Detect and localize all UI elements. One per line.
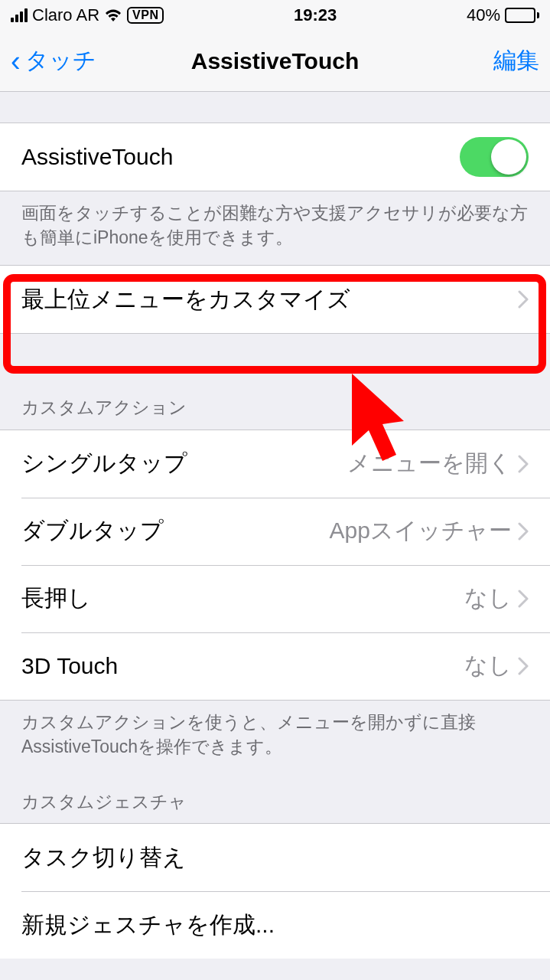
- customize-group: 最上位メニューをカスタマイズ: [0, 265, 550, 334]
- custom-actions-footer: カスタムアクションを使うと、メニューを開かずに直接AssistiveTouchを…: [0, 701, 550, 768]
- toggle-footer: 画面をタッチすることが困難な方や支援アクセサリが必要な方も簡単にiPhoneを使…: [0, 191, 550, 259]
- chevron-right-icon: [518, 522, 529, 541]
- back-button[interactable]: ‹ タッチ: [11, 45, 96, 77]
- status-right: 40%: [467, 5, 539, 25]
- status-bar: Claro AR VPN 19:23 40%: [0, 0, 550, 31]
- custom-gestures-group: タスク切り替え 新規ジェスチャを作成...: [0, 823, 550, 959]
- assistivetouch-toggle-cell[interactable]: AssistiveTouch: [0, 123, 550, 191]
- back-label: タッチ: [25, 45, 96, 77]
- cell-value: Appスイッチャー: [330, 515, 512, 547]
- chevron-right-icon: [518, 455, 529, 473]
- edit-button[interactable]: 編集: [493, 45, 539, 77]
- toggle-group: AssistiveTouch: [0, 122, 550, 191]
- chevron-right-icon: [518, 290, 529, 309]
- cell-label: タスク切り替え: [21, 842, 186, 874]
- task-switch-cell[interactable]: タスク切り替え: [0, 824, 550, 891]
- cell-label: 新規ジェスチャを作成...: [21, 910, 275, 941]
- customize-label: 最上位メニューをカスタマイズ: [21, 284, 350, 315]
- battery-percent: 40%: [467, 5, 500, 25]
- single-tap-cell[interactable]: シングルタップ メニューを開く: [0, 430, 550, 498]
- 3d-touch-cell[interactable]: 3D Touch なし: [0, 632, 550, 700]
- vpn-badge: VPN: [127, 7, 164, 24]
- nav-bar: ‹ タッチ AssistiveTouch 編集: [0, 31, 550, 92]
- custom-gestures-header: カスタムジェスチャ: [0, 768, 550, 823]
- chevron-right-icon: [518, 590, 529, 608]
- wifi-icon: [104, 8, 122, 22]
- double-tap-cell[interactable]: ダブルタップ Appスイッチャー: [0, 498, 550, 565]
- cell-label: ダブルタップ: [21, 515, 164, 547]
- status-left: Claro AR VPN: [11, 5, 164, 25]
- cell-value: メニューを開く: [347, 448, 512, 479]
- long-press-cell[interactable]: 長押し なし: [0, 565, 550, 632]
- carrier-label: Claro AR: [32, 5, 99, 25]
- chevron-left-icon: ‹: [11, 47, 21, 76]
- cell-label: シングルタップ: [21, 448, 187, 479]
- custom-actions-header: カスタムアクション: [0, 334, 550, 429]
- cell-value: なし: [464, 583, 512, 614]
- status-time: 19:23: [294, 5, 337, 25]
- customize-top-menu-cell[interactable]: 最上位メニューをカスタマイズ: [0, 266, 550, 333]
- battery-icon: [505, 8, 539, 23]
- cell-label: 3D Touch: [21, 653, 118, 679]
- cellular-signal-icon: [11, 8, 28, 22]
- cell-label: 長押し: [21, 583, 91, 614]
- cell-value: なし: [464, 650, 512, 681]
- toggle-label: AssistiveTouch: [21, 144, 173, 170]
- toggle-knob: [491, 139, 526, 175]
- custom-actions-group: シングルタップ メニューを開く ダブルタップ Appスイッチャー 長押し なし …: [0, 430, 550, 701]
- chevron-right-icon: [518, 657, 529, 675]
- create-new-gesture-cell[interactable]: 新規ジェスチャを作成...: [0, 891, 550, 959]
- toggle-switch[interactable]: [460, 137, 529, 177]
